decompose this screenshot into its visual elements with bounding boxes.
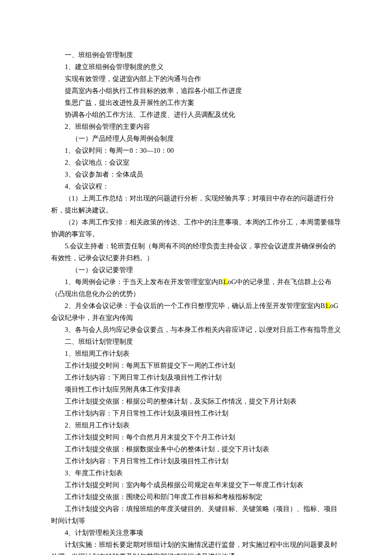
paragraph-15: （一）会议记要管理 <box>51 264 341 276</box>
paragraph-29: 工作计划内容：下月日常性工作计划及项目性工作计划 <box>51 455 341 467</box>
paragraph-22: 工作计划内容：下周日常工作计划及项目性工作计划 <box>51 372 341 384</box>
paragraph-28: 工作计划提交依据：根据数据业务中心的整体计划，提交下月计划表 <box>51 443 341 455</box>
paragraph-14: 5.会议主持者：轮班责任制（每周有不同的经理负责主持会议，掌控会议进度并确保例会… <box>51 240 341 264</box>
text-span: 1、每周例会记录：于当天上发布在开发管理室室内B <box>65 278 223 285</box>
paragraph-7: （一）产品经理人员每周例会制度 <box>51 133 341 145</box>
paragraph-35: 计划实施：班组长要定期对班组计划的实施情况进行监督，对实施过程中出现的问题要及时… <box>51 539 341 555</box>
paragraph-21: 工作计划提交时间：每周五下班前提交下一周的工作计划 <box>51 360 341 372</box>
paragraph-24: 工作计划提交依据：根据公司的整体计划，及实际工作情况，提交下月计划表 <box>51 395 341 407</box>
paragraph-17: 2、月全体会议记录：于会议后的一个工作日整理完毕，确认后上传至开发管理室室内B1… <box>51 300 341 324</box>
paragraph-1: 1、建立班组例会管理制度的意义 <box>51 61 341 73</box>
paragraph-8: 1、会议时间：每周一8：30—10：00 <box>51 145 341 157</box>
paragraph-30: 3、年度工作计划表 <box>51 467 341 479</box>
highlighted-text: 1. <box>223 278 228 285</box>
paragraph-20: 1、班组周工作计划表 <box>51 348 341 360</box>
paragraph-25: 工作计划内容：下月日常性工作计划及项目性工作计划 <box>51 407 341 419</box>
paragraph-33: 工作计划提交内容：填报班组的年度关键目的、关键目标、关键策略（项目）、指标、项目… <box>51 503 341 527</box>
paragraph-11: 4、会议议程： <box>51 180 341 192</box>
paragraph-5: 协调各小组的工作方法、工作进度、进行人员调配及优化 <box>51 109 341 121</box>
document-page: 一、班组例会管理制度1、建立班组例会管理制度的意义实现有效管理，促进室内部上下的… <box>0 0 392 555</box>
paragraph-12: （1）上周工作总结：对出现的问题进行分析，实现经验共享；对项目中存在的问题进行分… <box>51 192 341 216</box>
paragraph-9: 2、会议地点：会议室 <box>51 157 341 169</box>
paragraph-10: 3、会议参加者：全体成员 <box>51 169 341 180</box>
paragraph-31: 工作计划提交时间：室内每个成员根据公司规定在年末提交下一年度工作计划表 <box>51 479 341 491</box>
text-span: 2、月全体会议记录：于会议后的一个工作日整理完毕，确认后上传至开发管理室室内B <box>65 302 325 309</box>
paragraph-27: 工作计划提交时间：每个自然月月末提交下个月工作计划 <box>51 431 341 443</box>
paragraph-6: 2、班组例会管理的主要内容 <box>51 121 341 133</box>
paragraph-13: （2）本周工作安排：相关政策的传达、工作中的注意事项、本周的工作分工，本周需要领… <box>51 216 341 240</box>
paragraph-32: 工作计划提交依据：围绕公司和部门年度工作目标和考核指标制定 <box>51 491 341 503</box>
paragraph-16: 1、每周例会记录：于当天上发布在开发管理室室内B1.oG中的记录里，并在飞信群上… <box>51 276 341 300</box>
paragraph-2: 实现有效管理，促进室内部上下的沟通与合作 <box>51 73 341 85</box>
paragraph-23: 项目性工作计划应另附具体工作安排表 <box>51 384 341 395</box>
highlighted-text: 1. <box>325 302 330 309</box>
paragraph-4: 集思广益，提出改进性及开展性的工作方案 <box>51 97 341 109</box>
paragraph-34: 4、计划管理相关注意事项 <box>51 527 341 539</box>
paragraph-18: 3、各与会人员均应记录会议要点，与本身工作相关内容应详记，以便对日后工作有指导意… <box>51 324 341 336</box>
paragraph-19: 二、班组计划管理制度 <box>51 336 341 348</box>
paragraph-3: 提高室内各小组执行工作目标的效率，追踪各小组工作进度 <box>51 85 341 97</box>
paragraph-26: 2、班组月工作计划表 <box>51 419 341 431</box>
paragraph-0: 一、班组例会管理制度 <box>51 49 341 61</box>
